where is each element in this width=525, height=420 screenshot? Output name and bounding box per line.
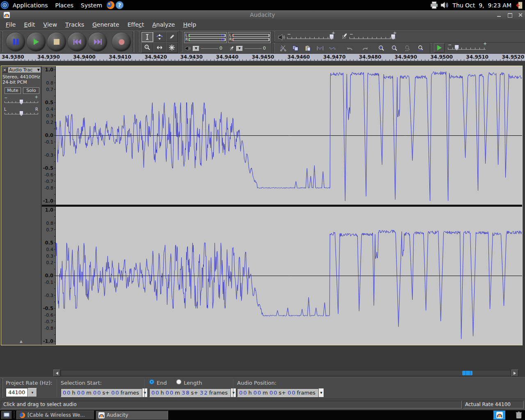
selection-toolbar-grip[interactable] [1,379,3,398]
mixer-grip[interactable] [273,32,275,41]
zoom-out-button[interactable] [389,43,400,53]
vertical-ruler-left-channel[interactable]: 1.00.80.70.50.40.30.20.0-0.1-0.3-0.5-0.6… [42,66,56,205]
field-dropdown-icon[interactable]: ▼ [318,388,324,397]
timeline-ruler[interactable]: 34.938034.939034.940034.941034.942034.94… [0,54,525,61]
length-radio[interactable] [176,379,181,384]
playback-meter-dropdown[interactable]: ▼ [193,46,199,51]
selection-start-field[interactable]: 00h00m00s+00frames▼ [61,388,148,397]
minimize-button[interactable] [497,13,501,17]
length-radio-label[interactable]: Length [184,380,202,386]
time-shift-tool-button[interactable] [153,42,166,53]
trash-icon[interactable] [514,411,523,419]
multi-tool-button[interactable] [166,42,178,53]
maximize-button[interactable] [507,13,512,17]
gain-slider-thumb[interactable] [19,99,23,105]
fit-project-button[interactable] [415,43,427,53]
end-radio-label[interactable]: End [157,380,167,386]
stop-button[interactable] [47,32,66,51]
transport-grip[interactable] [1,32,3,52]
transcription-grip[interactable] [430,43,432,53]
transport-grip-right[interactable] [132,32,135,52]
menu-tracks[interactable]: Tracks [61,19,88,30]
track-close-button[interactable]: × [2,67,7,73]
horizontal-scrollbar[interactable] [0,369,525,377]
undo-button[interactable] [344,43,355,53]
selection-end-field[interactable]: 00h00m38s+32frames▼ [149,388,236,397]
end-radio[interactable] [149,379,154,384]
draw-tool-button[interactable] [166,32,178,42]
recording-meter[interactable]: L R [228,32,271,43]
scrollbar-thumb[interactable] [462,371,472,375]
menu-help[interactable]: Help [179,19,200,30]
taskbar-window-audacity[interactable]: Audacity [96,411,168,420]
pan-slider-thumb[interactable] [19,111,23,116]
field-dropdown-icon[interactable]: ▼ [142,388,148,397]
audio-position-field[interactable]: 00h00m00s+00frames▼ [237,388,324,397]
taskbar-window-firefox[interactable]: [Cable & Wireless We... [16,411,94,420]
recording-meter-mic-icon[interactable] [228,45,235,52]
track-title-dropdown[interactable]: Audio Trac ▼ [8,67,41,73]
logout-icon[interactable] [515,1,524,10]
zoom-in-button[interactable] [376,43,387,53]
menu-generate[interactable]: Generate [88,19,123,30]
menu-view[interactable]: View [39,19,62,30]
collapse-track-icon[interactable]: ▲ [1,339,41,343]
playback-meter-speaker-icon[interactable] [185,45,191,52]
menu-analyze[interactable]: Analyze [148,19,179,30]
tray-audacity-icon[interactable] [493,411,505,420]
output-volume-slider[interactable] [287,37,334,39]
tools-grip[interactable] [138,32,140,52]
clock[interactable]: Thu Oct 9, 9:23 AM [450,2,514,9]
mute-button[interactable]: Mute [5,87,21,94]
pause-button[interactable] [6,32,25,51]
titlebar[interactable]: Audacity [0,10,525,19]
playback-speed-slider[interactable] [448,48,486,50]
scrollbar-track[interactable] [61,370,511,376]
amplitude-label: -0.1 [45,139,53,145]
waveform-right-channel[interactable] [56,207,522,345]
menu-file[interactable]: File [2,19,20,30]
copy-button[interactable] [290,43,301,53]
solo-button[interactable]: Solo [23,87,39,94]
playback-meter[interactable]: L R [184,32,227,43]
trim-button[interactable] [314,43,326,53]
help-icon[interactable]: ? [115,1,124,10]
recording-meter-dropdown[interactable]: ▼ [236,46,243,51]
applications-menu[interactable]: Applications [9,0,52,10]
firefox-launcher-icon[interactable] [106,1,115,10]
fit-selection-button[interactable] [402,43,413,53]
system-menu[interactable]: System [77,0,106,10]
vertical-ruler-right-channel[interactable]: 1.00.80.70.50.40.30.20.0-0.1-0.3-0.5-0.6… [42,207,56,345]
project-rate-combo[interactable]: 44100 ▾ [6,388,37,397]
show-desktop-button[interactable] [1,411,12,419]
cut-button[interactable] [277,43,289,53]
waveform-left-channel[interactable] [56,66,522,205]
timeline-label: 34.9420 [144,54,167,60]
distro-logo-icon[interactable] [0,1,9,10]
record-button[interactable] [112,32,131,51]
paste-button[interactable] [302,43,313,53]
selection-tool-button[interactable] [141,32,153,42]
zoom-tool-button[interactable] [141,42,153,53]
close-button[interactable] [518,13,523,17]
play-at-speed-button[interactable] [434,43,445,52]
skip-to-end-button[interactable] [88,32,107,51]
scroll-right-arrow[interactable] [511,370,518,377]
field-dropdown-icon[interactable]: ▼ [231,388,236,397]
printer-icon[interactable] [429,1,438,10]
volume-icon[interactable] [440,1,449,10]
skip-to-start-button[interactable] [68,32,87,51]
menu-effect[interactable]: Effect [123,19,148,30]
edit-grip[interactable] [273,43,275,53]
menu-edit[interactable]: Edit [20,19,39,30]
meter-grip[interactable] [181,32,183,52]
places-menu[interactable]: Places [52,0,78,10]
silence-button[interactable] [326,43,338,53]
redo-button[interactable] [359,43,371,53]
input-volume-slider[interactable] [349,37,395,39]
envelope-tool-button[interactable] [153,32,166,42]
play-button[interactable] [27,32,46,51]
svg-text:?: ? [118,2,121,8]
combo-arrow-icon[interactable]: ▾ [28,388,37,397]
scroll-left-arrow[interactable] [53,370,60,377]
